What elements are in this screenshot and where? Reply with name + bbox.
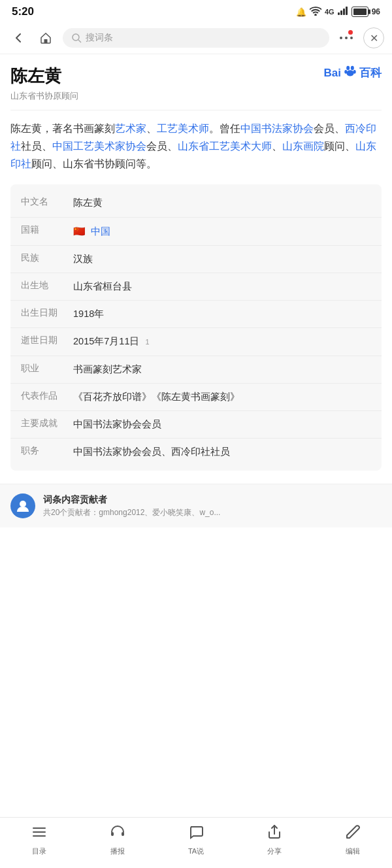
info-row-birthday: 出生日期 1918年: [10, 301, 382, 328]
body-text-9: 顾问、山东省书协顾问等。: [31, 158, 157, 169]
svg-rect-2: [343, 8, 345, 15]
battery-percent: 96: [372, 7, 380, 16]
nav-label-edit: 编辑: [346, 846, 360, 856]
battery-icon: [351, 7, 368, 17]
article-subtitle: 山东省书协原顾问: [10, 90, 382, 110]
info-value-ethnicity: 汉族: [73, 252, 371, 267]
info-label-name: 中文名: [21, 195, 73, 208]
nav-item-tasay[interactable]: TA说: [176, 824, 216, 856]
info-value-name: 陈左黄: [73, 195, 371, 210]
browser-nav-bar: 搜词条 ✕: [0, 22, 392, 54]
share-icon: [267, 824, 282, 844]
status-icons: 🔔 4G 96: [296, 7, 380, 18]
link-shandong-master[interactable]: 山东省工艺美术大师: [178, 141, 272, 152]
china-flag: 🇨🇳: [73, 225, 86, 237]
nav-label-menu: 目录: [32, 846, 46, 856]
contributor-info: 词条内容贡献者 共20个贡献者：gmhong2012、爱小晓笑康、w_o...: [43, 494, 220, 518]
info-row-ethnicity: 民族 汉族: [10, 246, 382, 273]
svg-rect-15: [111, 832, 114, 836]
info-value-position: 中国书法家协会会员、西冷印社社员: [73, 444, 371, 459]
article-body: 陈左黄，著名书画篆刻艺术家、工艺美术师。曾任中国书法家协会会员、西冷印社社员、中…: [10, 120, 382, 173]
spacer: [0, 527, 392, 586]
info-row-occupation: 职业 书画篆刻艺术家: [10, 356, 382, 384]
info-value-deathdate: 2015年7月11日 1: [73, 334, 371, 349]
svg-point-8: [351, 66, 354, 71]
info-value-birthplace: 山东省桓台县: [73, 279, 371, 294]
nav-label-share: 分享: [267, 846, 282, 856]
link-calligraphy[interactable]: 中国书法家协会: [240, 123, 314, 134]
notification-dot: [348, 30, 353, 35]
info-value-works: 《百花齐放印谱》《陈左黄书画篆刻》: [73, 390, 371, 405]
info-row-deathdate: 逝世日期 2015年7月11日 1: [10, 328, 382, 356]
home-button[interactable]: [35, 27, 56, 48]
back-button[interactable]: [8, 27, 29, 48]
svg-rect-3: [346, 7, 348, 15]
content-area: 陈左黄 Bai 百科 山东省书协原顾问 陈左黄，著名书画篆刻艺术家、工艺美术师。…: [0, 54, 392, 471]
info-row-achievement: 主要成就 中国书法家协会会员: [10, 411, 382, 439]
info-row-position: 职务 中国书法家协会会员、西冷印社社员: [10, 439, 382, 465]
svg-rect-1: [340, 10, 342, 15]
article-header: 陈左黄 Bai 百科: [10, 65, 382, 88]
info-row-name: 中文名 陈左黄: [10, 190, 382, 217]
baike-logo-text: Bai: [324, 67, 341, 80]
search-bar[interactable]: 搜词条: [63, 28, 329, 48]
wifi-icon: [310, 7, 321, 18]
nav-item-broadcast[interactable]: 播报: [98, 824, 137, 856]
headphone-icon: [110, 824, 125, 844]
bottom-nav: 目录 播报 TA说 分享 编辑: [0, 817, 392, 868]
info-value-occupation: 书画篆刻艺术家: [73, 362, 371, 377]
info-label-nationality: 国籍: [21, 224, 73, 236]
nav-label-broadcast: 播报: [110, 846, 125, 856]
body-text-5: 社员、: [21, 141, 52, 152]
nav-item-menu[interactable]: 目录: [20, 824, 59, 856]
body-text-3: 。曾任: [209, 123, 240, 134]
info-label-position: 职务: [21, 444, 73, 457]
baike-paw-icon: [344, 65, 357, 81]
baike-logo: Bai 百科: [324, 65, 382, 81]
status-time: 5:20: [12, 5, 34, 18]
svg-rect-0: [338, 12, 340, 15]
article-title: 陈左黄: [10, 65, 61, 88]
edit-icon: [345, 824, 361, 844]
info-label-birthday: 出生日期: [21, 307, 73, 319]
link-artist[interactable]: 艺术家: [115, 123, 146, 134]
contributor-title: 词条内容贡献者: [43, 494, 220, 506]
info-label-birthplace: 出生地: [21, 279, 73, 292]
nav-item-edit[interactable]: 编辑: [333, 824, 372, 856]
search-placeholder: 搜词条: [86, 32, 113, 44]
nav-label-tasay: TA说: [188, 846, 204, 856]
info-label-deathdate: 逝世日期: [21, 334, 73, 346]
info-label-works: 代表作品: [21, 390, 73, 402]
svg-point-11: [20, 501, 26, 507]
svg-point-5: [73, 34, 79, 41]
nav-item-share[interactable]: 分享: [255, 824, 294, 856]
contributor-avatar: [10, 493, 35, 518]
search-icon: [72, 33, 82, 43]
svg-point-7: [346, 66, 350, 71]
info-label-ethnicity: 民族: [21, 252, 73, 264]
link-china[interactable]: 中国: [91, 226, 110, 237]
info-row-nationality: 国籍 🇨🇳 中国: [10, 218, 382, 246]
link-shandong-painting[interactable]: 山东画院: [282, 141, 324, 152]
info-value-birthday: 1918年: [73, 307, 371, 322]
body-text-1: 陈左黄，著名书画篆刻: [10, 123, 115, 134]
signal-bars-icon: [338, 7, 348, 17]
footnote-1: 1: [145, 338, 149, 346]
more-button[interactable]: [336, 27, 357, 48]
info-row-birthplace: 出生地 山东省桓台县: [10, 273, 382, 301]
info-row-works: 代表作品 《百花齐放印谱》《陈左黄书画篆刻》: [10, 384, 382, 411]
menu-icon: [31, 824, 47, 844]
svg-rect-16: [122, 832, 124, 836]
contributor-list: 共20个贡献者：gmhong2012、爱小晓笑康、w_o...: [43, 507, 220, 518]
body-text-8: 顾问、: [324, 141, 355, 152]
close-button[interactable]: ✕: [363, 27, 384, 48]
info-label-achievement: 主要成就: [21, 417, 73, 429]
svg-rect-4: [44, 39, 48, 43]
link-crafts-assoc[interactable]: 中国工艺美术家协会: [52, 141, 146, 152]
status-bar: 5:20 🔔 4G 96: [0, 0, 392, 22]
link-craft[interactable]: 工艺美术师: [157, 123, 209, 134]
svg-line-6: [78, 40, 81, 42]
alarm-icon: 🔔: [296, 7, 306, 17]
info-value-nationality[interactable]: 🇨🇳 中国: [73, 224, 371, 239]
contributor-section: 词条内容贡献者 共20个贡献者：gmhong2012、爱小晓笑康、w_o...: [0, 484, 392, 527]
